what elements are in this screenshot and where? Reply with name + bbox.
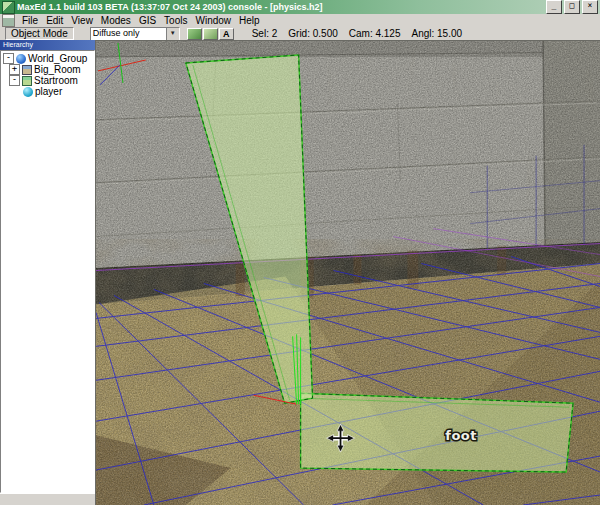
toolbar: Object Mode Diffuse only ▼ A Sel: 2 Grid… bbox=[0, 27, 600, 41]
status-readout: Sel: 2 Grid: 0.500 Cam: 4.125 Angl: 15.0… bbox=[252, 28, 462, 39]
app-icon bbox=[2, 1, 15, 14]
texture-mode-icon[interactable] bbox=[187, 28, 202, 40]
menu-help[interactable]: Help bbox=[235, 14, 264, 27]
scene-tree: - World_Group + Big_Room - Startroom pla… bbox=[0, 50, 95, 493]
tree-item-label: Startroom bbox=[34, 75, 78, 86]
tree-item-player[interactable]: player bbox=[1, 86, 94, 97]
object-mode-button[interactable]: Object Mode bbox=[5, 27, 74, 40]
menu-modes[interactable]: Modes bbox=[97, 14, 135, 27]
menu-view[interactable]: View bbox=[67, 14, 97, 27]
status-selection: Sel: 2 bbox=[252, 28, 278, 39]
panel-title: Hierarchy bbox=[0, 40, 95, 50]
tree-item-label: Big_Room bbox=[34, 64, 81, 75]
minimize-button[interactable]: _ bbox=[546, 0, 562, 14]
status-camera: Cam: 4.125 bbox=[349, 28, 401, 39]
document-icon[interactable] bbox=[2, 14, 15, 27]
menu-edit[interactable]: Edit bbox=[42, 14, 67, 27]
title-bar: MaxEd 1.1 build 103 BETA (13:37:07 Oct 2… bbox=[0, 0, 600, 14]
menu-file[interactable]: File bbox=[18, 14, 42, 27]
menu-gis[interactable]: GIS bbox=[135, 14, 160, 27]
room-icon bbox=[22, 65, 32, 75]
player-icon bbox=[23, 87, 33, 97]
room-icon bbox=[22, 76, 32, 86]
status-grid: Grid: 0.500 bbox=[288, 28, 337, 39]
chevron-down-icon[interactable]: ▼ bbox=[166, 28, 179, 40]
entity-label: foot bbox=[445, 428, 477, 443]
window-title: MaxEd 1.1 build 103 BETA (13:37:07 Oct 2… bbox=[17, 2, 544, 12]
tree-item-startroom[interactable]: - Startroom bbox=[1, 75, 94, 86]
tree-item-label: World_Group bbox=[28, 53, 87, 64]
world-icon bbox=[16, 54, 26, 64]
render-mode-value: Diffuse only bbox=[91, 28, 166, 40]
toolbar-icons: A bbox=[187, 28, 234, 40]
light-mode-icon[interactable] bbox=[203, 28, 218, 40]
menu-bar: File Edit View Modes GIS Tools Window He… bbox=[0, 14, 600, 27]
collapse-icon[interactable]: - bbox=[9, 75, 20, 86]
menu-window[interactable]: Window bbox=[191, 14, 235, 27]
close-button[interactable]: × bbox=[582, 0, 598, 14]
hierarchy-panel: Hierarchy - World_Group + Big_Room - Sta… bbox=[0, 40, 95, 505]
viewport: foot bbox=[95, 40, 600, 505]
tree-item-label: player bbox=[35, 86, 62, 97]
render-mode-dropdown[interactable]: Diffuse only ▼ bbox=[90, 27, 180, 41]
status-angle: Angl: 15.00 bbox=[411, 28, 462, 39]
app-window: MaxEd 1.1 build 103 BETA (13:37:07 Oct 2… bbox=[0, 0, 600, 505]
menu-tools[interactable]: Tools bbox=[160, 14, 191, 27]
panel-footer bbox=[0, 493, 95, 505]
letter-a-icon[interactable]: A bbox=[219, 28, 234, 40]
maximize-button[interactable]: □ bbox=[564, 0, 580, 14]
viewport-canvas[interactable]: foot bbox=[96, 41, 600, 505]
